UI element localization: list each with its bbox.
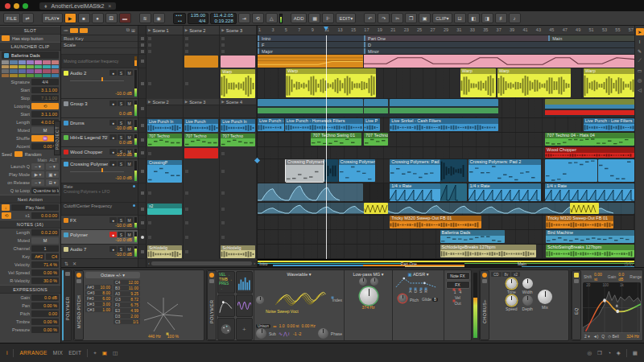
launcher-clip[interactable]: Warp — [221, 69, 255, 98]
arranger-clip[interactable] — [570, 203, 598, 214]
eq-curve-display[interactable]: 20 100 1k — [583, 282, 641, 333]
delete-icon[interactable]: ▣ — [419, 13, 431, 23]
scroll-right-icon[interactable]: › — [254, 261, 255, 265]
launcher-clip[interactable]: x2 — [147, 204, 182, 215]
position-display[interactable]: 11.4.2.05 0:19.228 — [210, 13, 237, 24]
velocity-field[interactable]: 71.4 % — [31, 261, 59, 268]
next-loop-toggle[interactable]: ⟲ — [2, 212, 11, 219]
tuning-icon[interactable]: ♯ — [495, 13, 507, 23]
arranger-track-row[interactable]: Wood Chopper — [258, 147, 634, 159]
record-arm-button[interactable]: ● — [109, 246, 117, 252]
scene-header[interactable]: ▶Scene 3 — [220, 26, 257, 35]
arranger-track-row[interactable] — [258, 203, 634, 216]
arranger-track-row[interactable]: Live Punch - JamLive Punch - Homesick Fi… — [258, 118, 634, 133]
launcher-clip[interactable]: Schlodelig — [221, 245, 255, 258]
record-arm-button[interactable]: ● — [109, 217, 117, 223]
project-close-icon[interactable]: × — [108, 3, 111, 9]
eq-band-type[interactable]: ◇ Bell — [608, 334, 619, 339]
arranger-clip[interactable]: Warp — [584, 68, 634, 97]
clip-slot[interactable] — [220, 203, 257, 216]
play-mode-button[interactable]: PLAY▾ — [42, 13, 63, 23]
dual-display-icon[interactable]: ◧ — [468, 13, 480, 23]
scene-header[interactable]: ▶Scene 2 — [147, 99, 184, 105]
clip-stop-cell[interactable] — [138, 68, 146, 99]
arranger-clip[interactable]: Crossing Polymers: Pad 1 — [339, 159, 376, 182]
clip-slot[interactable] — [147, 105, 184, 117]
time-signature-value[interactable]: 4/4 — [191, 19, 205, 24]
launcher-clip[interactable]: 707 Techno — [184, 134, 219, 146]
punch-in-button[interactable]: ⇥ — [238, 13, 250, 23]
section-marker[interactable]: Main — [548, 35, 562, 41]
palette-color[interactable] — [52, 65, 59, 69]
device-chorus[interactable]: CHORUS+ CD8vx2 Tone Speed — [479, 269, 569, 341]
key-low-field[interactable]: A#2 — [31, 253, 44, 260]
arranger-clip[interactable]: Tricky M320 Sweep-Out FB 01 — [390, 216, 481, 228]
arranger-clip[interactable] — [545, 159, 597, 182]
clip-stop-cell[interactable] — [138, 216, 146, 230]
info-icon[interactable]: i — [6, 350, 7, 356]
pitch-note-row[interactable]: A39.25 — [114, 291, 140, 296]
scene-play-icon[interactable]: ▶ — [185, 28, 188, 32]
clip-stop-cell[interactable] — [138, 35, 146, 42]
beat-ruler[interactable]: 1357911131517192123252729313335373941434… — [258, 26, 634, 35]
solo-button[interactable]: S — [118, 161, 125, 167]
clip-slot[interactable]: 707 Techno — [184, 133, 221, 147]
device-micro-pitch[interactable]: MICRO-PITCH Octave +/- ▾ A#310.00G#38.00… — [73, 269, 204, 341]
arranger-clip[interactable]: Live Punch - Jam — [258, 118, 284, 131]
arranger-clip[interactable] — [364, 203, 388, 214]
pitch-note-row[interactable]: A#310.00 — [85, 285, 112, 290]
lfo-modulator[interactable] — [236, 294, 254, 317]
palette-color[interactable] — [35, 60, 42, 64]
pitch-note-row[interactable]: G38.72 — [114, 297, 140, 302]
record-arm-button[interactable]: ● — [109, 101, 117, 106]
automation-region-pink[interactable] — [364, 55, 634, 68]
pitch-note-row[interactable]: F#36.00 — [85, 296, 112, 301]
mixer-view-icon[interactable]: ▦ — [308, 13, 320, 23]
key-marker[interactable]: D — [364, 42, 371, 47]
project-tab[interactable]: ♦ AnotherLevelMAStk2 × — [39, 2, 116, 10]
key-marker[interactable]: F — [258, 42, 264, 47]
audition-tool-icon[interactable]: ◁ — [636, 86, 644, 93]
device-preset-icon[interactable] — [209, 279, 214, 283]
marker-view-icon[interactable]: ⊩ — [322, 13, 334, 23]
on-release-main-dropdown[interactable]: – ▾ — [31, 179, 44, 186]
arranger-clip[interactable] — [598, 159, 634, 182]
redo-button[interactable]: ↷ — [378, 13, 390, 23]
master-automation-lane-header[interactable]: Moving cutoff/center frequency — [61, 55, 138, 68]
cut-icon[interactable]: ✂ — [391, 13, 403, 23]
clip-stop-cell[interactable] — [138, 147, 146, 159]
scene-play-icon[interactable]: ▶ — [148, 100, 151, 104]
track-header[interactable]: Cutoff/Center Frequency — [61, 203, 138, 216]
sub-octave-value[interactable]: -1 -2 — [293, 331, 301, 336]
scene-play-icon[interactable]: ▶ — [221, 28, 224, 32]
wavetable-section[interactable]: Wavetable ▾ — [254, 270, 344, 340]
arranger-clip[interactable]: SchlodeligeBreaks 127bpm — [440, 245, 537, 257]
arranger-track-row[interactable] — [258, 99, 634, 118]
fader-handle[interactable] — [101, 77, 103, 81]
filter-cutoff-knob[interactable] — [360, 287, 378, 305]
clip-stop-cell[interactable] — [138, 26, 146, 35]
clip-stop-cell[interactable] — [138, 230, 146, 245]
cue-display[interactable]: ••••• — [173, 13, 186, 24]
solo-button[interactable]: S — [118, 134, 125, 140]
scene-header[interactable]: ▶Scene 3 — [184, 99, 221, 105]
clip-color-swatch[interactable] — [4, 53, 9, 58]
launcher-clip[interactable] — [184, 106, 219, 117]
clip-slot[interactable]: Schlodelig — [220, 245, 257, 259]
palette-color[interactable] — [27, 69, 34, 73]
arranger-clip[interactable]: Wood Chopper — [545, 147, 634, 158]
arranger-clip[interactable]: Tricky M320 Sweep-Out FB 01 — [546, 216, 613, 228]
clip-stop-cell[interactable] — [138, 118, 146, 133]
launch-q-main-dropdown[interactable]: – ▾ — [31, 163, 44, 170]
note-mute-button[interactable]: M — [31, 237, 59, 244]
seed-toggle[interactable] — [14, 151, 23, 157]
device-preset-icon[interactable] — [76, 279, 81, 283]
solo-button[interactable]: S — [118, 101, 125, 106]
clip-slot[interactable] — [220, 216, 257, 230]
note-length-field[interactable]: 0.0.2.00 — [31, 229, 59, 236]
arranger-clip[interactable]: 1/4 x Rate — [545, 183, 634, 201]
phase-knob[interactable] — [318, 328, 328, 339]
arranger-track-row[interactable]: 1/4 x Rate1/4 x Rate1/4 x Rate — [258, 183, 634, 203]
track-header[interactable]: FX●SM-10.0 dB — [61, 216, 138, 230]
color-palette[interactable] — [0, 60, 60, 78]
